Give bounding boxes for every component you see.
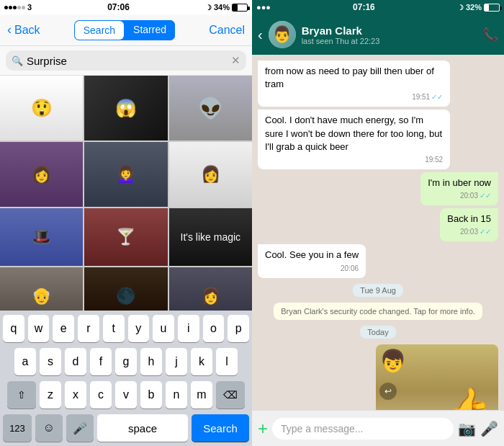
gif-item-10[interactable]: 👴: [0, 267, 83, 311]
key-search[interactable]: Search: [192, 414, 249, 442]
key-q[interactable]: q: [3, 315, 24, 342]
security-notice[interactable]: Bryan Clark's security code changed. Tap…: [274, 303, 482, 320]
key-space[interactable]: space: [97, 414, 188, 442]
left-status-bar: 3 07:06 ☽ 34%: [0, 0, 252, 14]
key-i[interactable]: i: [178, 315, 199, 342]
key-t[interactable]: t: [103, 315, 125, 342]
message-5: Cool. See you in a few 20:06: [258, 244, 366, 277]
key-x[interactable]: x: [65, 381, 86, 409]
avatar[interactable]: 👨: [269, 21, 296, 48]
date-divider: Tue 9 Aug: [353, 284, 403, 297]
battery-percent: 34%: [214, 3, 230, 12]
gif-item-3[interactable]: 👽: [169, 76, 252, 141]
key-z[interactable]: z: [40, 381, 61, 409]
right-battery-icon: [484, 4, 500, 12]
key-h[interactable]: h: [140, 348, 162, 375]
avatar-image: 👨: [269, 21, 296, 48]
status-right: ☽ 34%: [205, 3, 248, 12]
gif-item-1[interactable]: 😲: [0, 76, 83, 141]
gif-item-12[interactable]: 👩: [169, 267, 252, 311]
starred-tab[interactable]: Starred: [125, 20, 175, 40]
right-panel: ●●● 07:16 ☽ 32% ‹ 👨 Bryan Clark last see…: [252, 0, 504, 446]
microphone-icon[interactable]: 🎤: [480, 420, 498, 437]
time-label: 07:06: [107, 2, 130, 12]
message-1: from now as need to pay bill then uber o…: [258, 61, 450, 107]
forward-icon[interactable]: ↩: [379, 383, 397, 400]
key-emoji[interactable]: ☺: [35, 414, 63, 442]
call-icon[interactable]: 📞: [482, 27, 498, 43]
moon-icon-right: ☽: [457, 4, 464, 12]
back-arrow-icon[interactable]: ‹: [258, 27, 263, 43]
message-4: Back in 15 20:03✓✓: [440, 208, 498, 241]
key-r[interactable]: r: [78, 315, 99, 342]
msg-text-3: I'm in uber now: [428, 177, 491, 188]
right-status-bar: ●●● 07:16 ☽ 32%: [252, 0, 504, 14]
contact-status: last seen Thu at 22:23: [302, 37, 477, 45]
key-u[interactable]: u: [153, 315, 174, 342]
add-button[interactable]: +: [258, 419, 268, 439]
right-nav: ‹ 👨 Bryan Clark last seen Thu at 22:23 📞: [252, 14, 504, 55]
msg-text-1: from now as need to pay bill then uber o…: [265, 66, 434, 89]
msg-time-1: 19:51✓✓: [265, 92, 443, 102]
key-delete[interactable]: ⌫: [216, 381, 245, 409]
search-input[interactable]: [27, 55, 228, 67]
key-l[interactable]: l: [216, 348, 238, 375]
right-battery: 32%: [466, 3, 482, 12]
camera-icon[interactable]: 📷: [458, 420, 476, 437]
back-button[interactable]: ‹ Back: [7, 22, 40, 37]
search-bar-container: 🔍 ✕: [0, 46, 252, 76]
right-signal-icon: ●●●: [256, 3, 271, 12]
giphy-message[interactable]: 👍 👦 TNW likes GIFs GIPHY 07:15 ✓ ↩: [376, 344, 498, 411]
gif-item-8[interactable]: 🍸: [84, 208, 167, 266]
gif-item-11[interactable]: 🌑: [84, 267, 167, 311]
gif-item-5[interactable]: 👩‍🦱: [84, 142, 167, 207]
search-input-wrap: 🔍 ✕: [6, 50, 246, 71]
keyboard-bottom-row: 123 ☺ 🎤 space Search: [0, 414, 252, 446]
key-f[interactable]: f: [90, 348, 112, 375]
search-icon: 🔍: [12, 55, 23, 66]
key-y[interactable]: y: [128, 315, 150, 342]
gif-grid: 😲 😱 👽 👩 👩‍🦱 👩 🎩 🍸 It's like magic 👴: [0, 76, 252, 311]
chat-input-bar: + Type a message... 📷 🎤: [252, 410, 504, 446]
key-v[interactable]: v: [115, 381, 137, 409]
back-label: Back: [14, 24, 40, 37]
today-divider: Today: [360, 326, 395, 339]
key-p[interactable]: p: [228, 315, 249, 342]
key-n[interactable]: n: [166, 381, 187, 409]
key-o[interactable]: o: [203, 315, 225, 342]
keyboard: q w e r t y u i o p a s d f g h j k l ⇧ …: [0, 311, 252, 446]
gif-item-7[interactable]: 🎩: [0, 208, 83, 266]
key-a[interactable]: a: [14, 348, 36, 375]
key-b[interactable]: b: [140, 381, 162, 409]
key-e[interactable]: e: [53, 315, 74, 342]
key-c[interactable]: c: [90, 381, 112, 409]
key-w[interactable]: w: [28, 315, 50, 342]
moon-icon: ☽: [205, 4, 212, 12]
key-m[interactable]: m: [191, 381, 212, 409]
key-d[interactable]: d: [65, 348, 86, 375]
clear-icon[interactable]: ✕: [231, 54, 240, 67]
msg-text-5: Cool. See you in a few: [265, 249, 359, 260]
carrier-label: 3: [27, 3, 32, 12]
key-mic[interactable]: 🎤: [66, 414, 94, 442]
gif-item-4[interactable]: 👩: [0, 142, 83, 207]
key-g[interactable]: g: [115, 348, 137, 375]
chat-text-input[interactable]: Type a message...: [272, 418, 454, 440]
key-num[interactable]: 123: [3, 414, 32, 442]
chat-messages: from now as need to pay bill then uber o…: [252, 55, 504, 410]
cancel-button[interactable]: Cancel: [209, 24, 245, 37]
left-nav: ‹ Back Search Starred Cancel: [0, 14, 252, 46]
key-j[interactable]: j: [166, 348, 187, 375]
gif-item-9[interactable]: It's like magic: [169, 208, 252, 266]
key-shift[interactable]: ⇧: [7, 381, 36, 409]
msg-time-2: 19:52: [265, 155, 443, 165]
key-s[interactable]: s: [40, 348, 61, 375]
right-status-icons: ☽ 32%: [457, 3, 500, 12]
search-tab[interactable]: Search: [75, 21, 124, 40]
search-starred-toggle[interactable]: Search Starred: [74, 20, 175, 40]
status-left: 3: [4, 3, 32, 12]
gif-item-2[interactable]: 😱: [84, 76, 167, 141]
signal-icon: [4, 6, 25, 9]
gif-item-6[interactable]: 👩: [169, 142, 252, 207]
key-k[interactable]: k: [191, 348, 212, 375]
